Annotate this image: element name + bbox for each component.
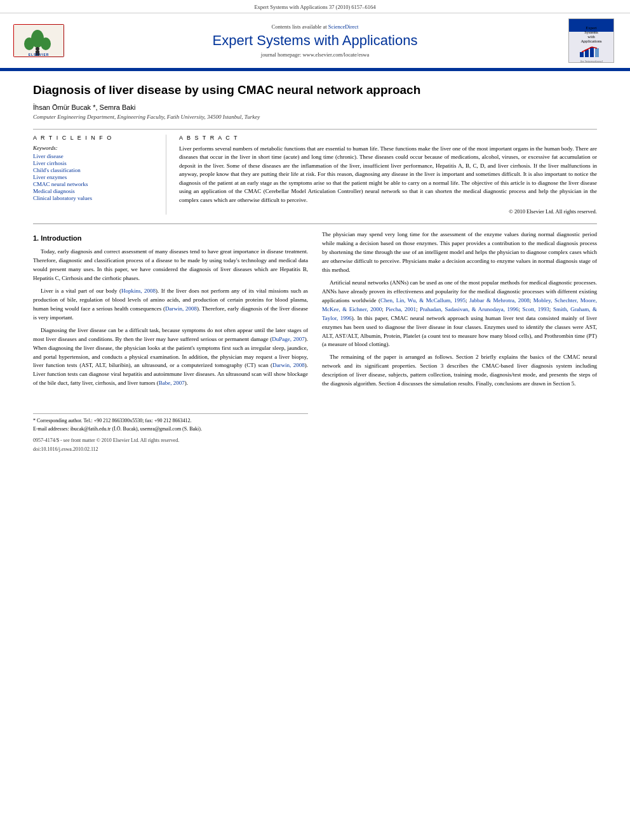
abstract-text: Liver performs several numbers of metabo…: [179, 145, 597, 205]
svg-point-3: [24, 37, 34, 50]
article-info-column: A R T I C L E I N F O Keywords: Liver di…: [33, 135, 166, 215]
contents-available-text: Contents lists available at ScienceDirec…: [74, 23, 556, 30]
keywords-label: Keywords:: [33, 145, 157, 151]
ref-babe[interactable]: Babe, 2007: [159, 380, 185, 386]
journal-cover-text: ExpertSystemswithApplications An Interna…: [579, 25, 604, 63]
article-title: Diagnosis of liver disease by using CMAC…: [33, 83, 597, 98]
ref-scott[interactable]: Scott, 1993: [523, 306, 549, 312]
body-para-2: Liver is a vital part of our body (Hopki…: [33, 287, 308, 323]
journal-title: Expert Systems with Applications: [74, 32, 556, 49]
keyword-childs-classification[interactable]: Child's classification: [33, 167, 157, 173]
body-left-column: 1. Introduction Today, early diagnosis a…: [33, 230, 308, 455]
keyword-liver-disease[interactable]: Liver disease: [33, 153, 157, 159]
svg-rect-8: [580, 52, 584, 57]
footer-issn-area: 0957-4174/$ - see front matter © 2010 El…: [33, 437, 308, 454]
body-text-section: 1. Introduction Today, early diagnosis a…: [33, 230, 597, 455]
ref-piecha[interactable]: Piecha, 2001: [385, 306, 416, 312]
ref-jabbar[interactable]: Jabbar & Mehrotra, 2008: [469, 297, 530, 303]
footnote-email: E-mail addresses: ibucak@fatih.edu.tr (İ…: [33, 425, 308, 433]
svg-rect-10: [590, 47, 594, 57]
keyword-cmac-neural-networks[interactable]: CMAC neural networks: [33, 181, 157, 187]
journal-citation: Expert Systems with Applications 37 (201…: [0, 0, 630, 13]
journal-banner-center: Contents lists available at ScienceDirec…: [74, 23, 556, 58]
footnote-corresponding: * Corresponding author. Tel.: +90 212 86…: [33, 417, 308, 425]
elsevier-logo: ELSEVIER: [13, 24, 64, 57]
svg-point-4: [41, 37, 51, 50]
article-info-header: A R T I C L E I N F O: [33, 135, 157, 141]
body-para-3: Diagnosing the liver disease can be a di…: [33, 326, 308, 389]
article-info-abstract-section: A R T I C L E I N F O Keywords: Liver di…: [33, 129, 597, 215]
ref-prahadan[interactable]: Prahadan, Sadasivan, & Arunodaya, 1996: [420, 306, 518, 312]
ref-darwin[interactable]: Darwin, 2008: [165, 305, 197, 312]
journal-cover-image: ExpertSystemswithApplications An Interna…: [568, 18, 614, 63]
keyword-clinical-lab-values[interactable]: Clinical laboratory values: [33, 195, 157, 201]
journal-banner: ELSEVIER Contents lists available at Sci…: [0, 13, 630, 69]
affiliation: Computer Engineering Department, Enginee…: [33, 114, 597, 120]
journal-homepage: journal homepage: www.elsevier.com/locat…: [74, 51, 556, 58]
keyword-liver-cirrhosis[interactable]: Liver cirrhosis: [33, 160, 157, 166]
abstract-header: A B S T R A C T: [179, 135, 597, 141]
body-right-para-3: The remaining of the paper is arranged a…: [322, 353, 597, 389]
svg-rect-11: [595, 48, 599, 57]
body-right-para-2: Artificial neural networks (ANNs) can be…: [322, 279, 597, 350]
ref-hopkins[interactable]: Hopkins, 2008: [121, 288, 156, 294]
section-divider: [33, 223, 597, 224]
svg-text:ELSEVIER: ELSEVIER: [29, 53, 50, 57]
keyword-medical-diagnosis[interactable]: Medical diagnosis: [33, 188, 157, 194]
journal-cover-container: ExpertSystemswithApplications An Interna…: [563, 18, 620, 63]
main-content: Diagnosis of liver disease by using CMAC…: [0, 71, 630, 465]
footer-doi: doi:10.1016/j.eswa.2010.02.112: [33, 446, 308, 453]
keyword-liver-enzymes[interactable]: Liver enzymes: [33, 174, 157, 180]
svg-point-5: [36, 47, 39, 51]
footer-issn: 0957-4174/$ - see front matter © 2010 El…: [33, 437, 308, 444]
ref-chen[interactable]: Chen, Lin, Wu, & McCallum, 1995: [380, 297, 466, 303]
ref-dupage[interactable]: DuPage, 2007: [272, 336, 304, 342]
elsevier-logo-container: ELSEVIER: [10, 24, 67, 57]
section1-heading: 1. Introduction: [33, 233, 308, 244]
ref-darwin2[interactable]: Darwin, 2008: [272, 362, 305, 368]
body-para-1: Today, early diagnosis and correct asses…: [33, 248, 308, 283]
body-right-column: The physician may spend very long time f…: [322, 230, 597, 455]
abstract-column: A B S T R A C T Liver performs several n…: [179, 135, 597, 215]
sciencedirect-link[interactable]: ScienceDirect: [328, 23, 359, 30]
body-right-para-1: The physician may spend very long time f…: [322, 230, 597, 275]
authors-line: İhsan Ömür Bucak *, Semra Baki: [33, 103, 597, 111]
copyright-notice: © 2010 Elsevier Ltd. All rights reserved…: [179, 208, 597, 215]
footnotes-area: * Corresponding author. Tel.: +90 212 86…: [33, 413, 308, 433]
